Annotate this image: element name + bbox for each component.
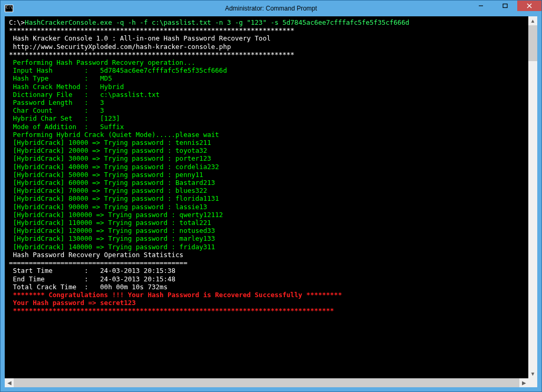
content-area: C:\>HashCrackerConsole.exe -q -h -f c:\p…	[5, 16, 537, 387]
close-icon	[527, 3, 532, 8]
scroll-corner	[528, 378, 537, 387]
window-controls	[469, 1, 541, 11]
maximize-icon	[502, 3, 508, 8]
minimize-button[interactable]	[469, 1, 493, 11]
horizontal-scrollbar[interactable]: ◀ ▶	[5, 378, 537, 387]
command-prompt-window: Administrator: Command Prompt C:\>HashCr…	[0, 0, 542, 392]
horizontal-scroll-thumb[interactable]	[14, 378, 519, 387]
scroll-left-button[interactable]: ◀	[5, 378, 14, 387]
cmd-icon	[5, 5, 13, 12]
minimize-icon	[478, 3, 484, 8]
vertical-scrollbar[interactable]: ▲ ▼	[528, 16, 537, 378]
svg-rect-1	[503, 4, 507, 8]
maximize-button[interactable]	[493, 1, 517, 11]
window-title: Administrator: Command Prompt	[225, 5, 317, 12]
titlebar[interactable]: Administrator: Command Prompt	[1, 1, 541, 16]
scroll-up-button[interactable]: ▲	[528, 16, 537, 25]
close-button[interactable]	[517, 1, 541, 11]
terminal-output[interactable]: C:\>HashCrackerConsole.exe -q -h -f c:\p…	[5, 16, 528, 378]
vertical-scroll-thumb[interactable]	[528, 25, 537, 61]
scroll-right-button[interactable]: ▶	[519, 378, 528, 387]
scroll-down-button[interactable]: ▼	[528, 369, 537, 378]
